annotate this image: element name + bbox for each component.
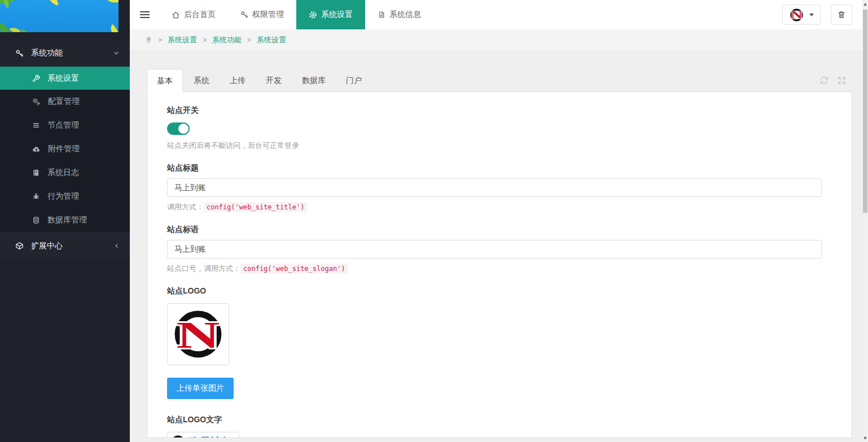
site-switch-toggle[interactable] xyxy=(167,122,190,135)
field-help-site-switch: 站点关闭后将不能访问，后台可正常登录 xyxy=(167,141,821,151)
breadcrumb-link[interactable]: 系统设置 xyxy=(168,35,197,45)
sidebar-item-system-logs[interactable]: 系统日志 xyxy=(0,161,130,185)
sidebar-item-behavior-management[interactable]: 行为管理 xyxy=(0,185,130,208)
sidebar-item-system-settings[interactable]: 系统设置 xyxy=(0,67,130,90)
field-help-site-title: 调用方式：config('web_site_title') xyxy=(167,202,821,212)
gear-icon xyxy=(309,11,317,19)
nav-tab-label: 系统设置 xyxy=(321,10,353,20)
chevron-left-icon xyxy=(113,243,120,249)
user-menu-button[interactable]: N xyxy=(782,5,821,25)
tab-develop[interactable]: 开发 xyxy=(256,69,291,91)
nav-tab-label: 后台首页 xyxy=(184,10,216,20)
svg-text:N: N xyxy=(176,313,220,356)
file-icon xyxy=(378,11,385,19)
page-scrollbar[interactable] xyxy=(862,0,868,442)
tab-upload[interactable]: 上传 xyxy=(220,69,255,91)
help-code: config('web_site_title') xyxy=(204,202,307,212)
top-navbar: 后台首页 权限管理 系统设置 系统信息 N xyxy=(130,0,862,29)
site-logo-preview[interactable]: N xyxy=(167,303,229,365)
map-pin-icon xyxy=(145,36,152,43)
sidebar-item-node-management[interactable]: 节点管理 xyxy=(0,113,130,137)
field-label-site-logo-text: 站点LOGO文字 xyxy=(167,415,821,425)
site-logo-text-preview[interactable]: N 欧星论坛 xyxy=(167,432,239,438)
home-icon xyxy=(172,11,180,19)
cloud-upload-icon xyxy=(32,145,41,154)
sidebar-item-label: 行为管理 xyxy=(47,191,79,202)
sidebar-item-label: 系统日志 xyxy=(47,168,79,178)
list-icon xyxy=(32,121,40,129)
nav-tab-system-settings[interactable]: 系统设置 xyxy=(296,0,365,29)
field-label-site-title: 站点标题 xyxy=(167,163,821,173)
sidebar: 系统功能 系统设置 配置管理 节点管理 附件管理 系统日志 行为管理 xyxy=(0,0,130,442)
svg-text:N: N xyxy=(791,9,803,21)
chevron-down-icon xyxy=(113,50,120,56)
tab-system[interactable]: 系统 xyxy=(184,69,219,91)
key-icon xyxy=(15,49,24,58)
panel-tools xyxy=(819,69,852,91)
refresh-icon[interactable] xyxy=(819,76,829,85)
breadcrumb-separator: > xyxy=(203,36,207,44)
site-logo: N xyxy=(790,8,804,22)
cogs-icon xyxy=(32,98,41,106)
sidebar-item-label: 配置管理 xyxy=(48,97,80,107)
trash-icon xyxy=(837,10,846,19)
scrollbar-up-arrow[interactable] xyxy=(862,0,868,8)
user-avatar: N xyxy=(789,7,804,23)
site-logo: N xyxy=(172,308,224,360)
breadcrumb-separator: > xyxy=(158,36,162,44)
wrench-icon xyxy=(32,75,40,82)
nav-tab-system-info[interactable]: 系统信息 xyxy=(365,0,433,29)
field-label-site-slogan: 站点标语 xyxy=(167,225,821,235)
site-logo: N xyxy=(170,435,186,439)
tab-basic[interactable]: 基本 xyxy=(147,69,183,92)
sidebar-item-label: 系统设置 xyxy=(47,73,79,84)
help-text: 站点口号，调用方式： xyxy=(167,264,240,273)
caret-down-icon xyxy=(809,14,814,16)
svg-text:N: N xyxy=(172,436,184,438)
sidebar-group-system-functions[interactable]: 系统功能 xyxy=(0,40,130,67)
sidebar-group-label: 系统功能 xyxy=(31,48,63,58)
site-slogan-input[interactable] xyxy=(167,240,822,259)
menu-toggle-button[interactable] xyxy=(130,0,159,29)
sidebar-item-database-management[interactable]: 数据库管理 xyxy=(0,208,130,232)
nav-tab-label: 权限管理 xyxy=(252,10,284,20)
scrollbar-down-arrow[interactable] xyxy=(862,434,868,442)
sidebar-item-config-management[interactable]: 配置管理 xyxy=(0,90,130,113)
site-title-input[interactable] xyxy=(167,178,822,197)
scrollbar-thumb[interactable] xyxy=(863,10,867,213)
breadcrumb-link[interactable]: 系统设置 xyxy=(257,35,286,45)
database-icon xyxy=(32,216,40,224)
toggle-knob xyxy=(178,124,188,134)
field-label-site-switch: 站点开关 xyxy=(167,106,821,116)
sidebar-banner-image xyxy=(0,0,119,32)
sidebar-item-label: 附件管理 xyxy=(48,144,80,154)
leaf-decoration xyxy=(46,0,60,6)
nav-tab-dashboard[interactable]: 后台首页 xyxy=(159,0,228,29)
bug-icon xyxy=(32,192,40,200)
help-text: 调用方式： xyxy=(167,203,204,211)
breadcrumb: > 系统设置 > 系统功能 > 系统设置 xyxy=(130,29,862,51)
breadcrumb-separator: > xyxy=(247,36,251,44)
clear-cache-button[interactable] xyxy=(831,5,852,25)
leaf-decoration xyxy=(106,0,119,6)
field-label-site-logo: 站点LOGO xyxy=(167,286,821,296)
sidebar-item-label: 数据库管理 xyxy=(47,215,87,225)
tab-content-basic: 站点开关 站点关闭后将不能访问，后台可正常登录 站点标题 调用方式：config… xyxy=(147,92,852,438)
tab-portal[interactable]: 门户 xyxy=(336,69,371,91)
expand-icon[interactable] xyxy=(837,76,847,85)
navbar-right-tools: N xyxy=(782,0,862,29)
nav-tab-label: 系统信息 xyxy=(389,10,421,20)
tab-database[interactable]: 数据库 xyxy=(292,69,335,91)
upload-single-image-button[interactable]: 上传单张图片 xyxy=(167,378,234,399)
sidebar-submenu: 系统设置 配置管理 节点管理 附件管理 系统日志 行为管理 数据库管理 xyxy=(0,67,130,232)
settings-panel: 基本 系统 上传 开发 数据库 门户 站点开关 站点关闭后将不能访问，后台可正常… xyxy=(147,69,852,438)
nav-tab-permissions[interactable]: 权限管理 xyxy=(228,0,296,29)
leaf-decoration xyxy=(107,24,119,32)
site-logo-text: 欧星论坛 xyxy=(188,435,234,438)
leaf-decoration xyxy=(10,26,20,32)
cube-icon xyxy=(15,242,24,250)
breadcrumb-link[interactable]: 系统功能 xyxy=(212,35,242,45)
sidebar-group-extension-center[interactable]: 扩展中心 xyxy=(0,232,130,259)
sidebar-item-attachment-management[interactable]: 附件管理 xyxy=(0,137,130,161)
key-icon xyxy=(240,11,248,19)
